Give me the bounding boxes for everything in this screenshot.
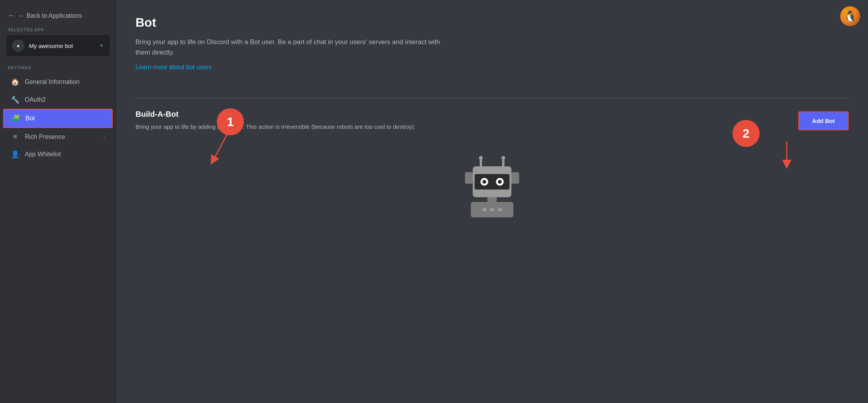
svg-rect-1: [475, 174, 509, 190]
sidebar-item-general-information[interactable]: 🏠 General Information: [3, 73, 113, 91]
svg-rect-10: [465, 172, 473, 184]
puzzle-icon: 🧩: [12, 114, 20, 123]
svg-rect-12: [487, 197, 497, 202]
nav-label-rich-presence: Rich Presence: [25, 133, 98, 140]
chevron-right-icon: ›: [103, 134, 105, 140]
svg-point-15: [490, 208, 494, 212]
sidebar-item-bot[interactable]: 🧩 Bot: [3, 109, 113, 128]
circle-2-label: 2: [743, 126, 750, 141]
svg-rect-6: [480, 159, 482, 168]
annotation-circle-1: 1: [217, 108, 244, 135]
sidebar: ← ← Back to Applications SELECTED APP ● …: [0, 0, 116, 403]
main-content: 🐧 1 2 Bot Bring your app to life on Disc…: [116, 0, 868, 403]
section-divider: [136, 98, 849, 98]
nav-label-general-information: General Information: [25, 79, 105, 85]
list-icon: ≡: [11, 133, 19, 141]
build-a-bot-description: Bring your app to life by adding a bot u…: [136, 123, 453, 131]
chevron-down-icon: ▼: [99, 43, 104, 48]
circle-1-label: 1: [227, 115, 234, 129]
robot-svg: [453, 147, 531, 224]
svg-point-4: [482, 180, 486, 184]
svg-rect-11: [511, 172, 519, 184]
svg-point-14: [482, 208, 486, 212]
selected-app-label: SELECTED APP: [0, 27, 116, 35]
app-avatar: ●: [12, 39, 24, 52]
page-description: Bring your app to life on Discord with a…: [136, 37, 453, 58]
learn-more-link[interactable]: Learn more about bot users: [136, 64, 212, 71]
home-icon: 🏠: [11, 78, 19, 86]
svg-point-16: [498, 208, 502, 212]
robot-illustration: [136, 147, 849, 224]
annotation-circle-2: 2: [732, 120, 760, 147]
nav-label-oauth2: OAuth2: [25, 96, 105, 103]
svg-point-7: [479, 156, 483, 160]
svg-point-9: [501, 156, 505, 160]
build-a-bot-content: Build-A-Bot Bring your app to life by ad…: [136, 110, 453, 131]
user-avatar[interactable]: 🐧: [840, 6, 860, 26]
settings-label: SETTINGS: [0, 65, 116, 73]
sidebar-item-rich-presence[interactable]: ≡ Rich Presence ›: [3, 128, 113, 145]
app-name: My awesome bot: [29, 43, 94, 49]
nav-label-app-whitelist: App Whitelist: [25, 151, 105, 158]
svg-point-5: [498, 180, 502, 184]
back-arrow-icon: ←: [8, 12, 15, 20]
nav-label-bot: Bot: [26, 115, 104, 122]
wrench-icon: 🔧: [11, 96, 19, 104]
page-title: Bot: [136, 15, 849, 30]
build-a-bot-title: Build-A-Bot: [136, 110, 453, 119]
back-to-applications-link[interactable]: ← ← Back to Applications: [0, 8, 116, 27]
add-bot-button[interactable]: Add Bot: [798, 111, 849, 130]
app-selector[interactable]: ● My awesome bot ▼: [6, 35, 110, 56]
user-icon: 👤: [11, 150, 19, 159]
user-avatar-inner: 🐧: [840, 6, 860, 26]
svg-rect-8: [502, 159, 504, 168]
sidebar-item-app-whitelist[interactable]: 👤 App Whitelist: [3, 145, 113, 163]
back-label: ← Back to Applications: [19, 12, 82, 19]
sidebar-item-oauth2[interactable]: 🔧 OAuth2: [3, 91, 113, 109]
